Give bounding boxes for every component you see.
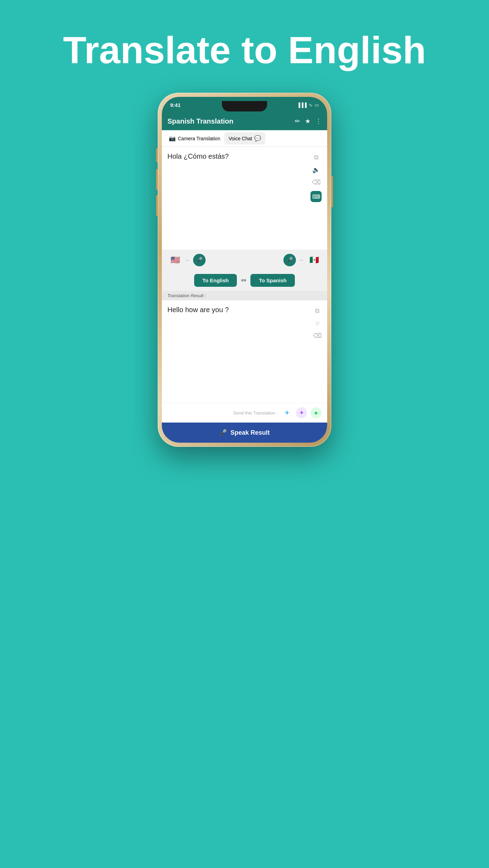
chat-icon: 💬	[254, 135, 261, 142]
result-eraser-icon[interactable]: ⌫	[313, 332, 322, 340]
source-mic-button[interactable]: 🎤	[193, 254, 206, 266]
voice-chat-label: Voice Chat	[229, 136, 252, 141]
to-spanish-button[interactable]: To Spanish	[250, 274, 295, 287]
tab-voice-chat[interactable]: Voice Chat 💬	[224, 132, 265, 144]
result-copy-icon[interactable]: ⧉	[315, 307, 320, 315]
input-area: Hola ¿Cómo estás? ⧉ 🔈 ⌫ ⌨	[162, 147, 327, 250]
result-actions: ⧉ ☆ ⌫	[313, 306, 322, 398]
messenger-share-button[interactable]: ✦	[296, 407, 307, 418]
result-area: Hello how are you ? ⧉ ☆ ⌫	[162, 300, 327, 403]
source-language: 🇺🇸 → 🎤	[169, 254, 206, 266]
swap-icon[interactable]: ⇔	[241, 276, 246, 284]
target-arrow-icon: ←	[299, 257, 304, 263]
translation-buttons: To English ⇔ To Spanish	[162, 270, 327, 291]
phone-screen: 9:41 ▐▐▐ ∿ ▭ Spanish Translation ✏ ★ ⋮	[162, 97, 327, 443]
mic-speak-icon: 🎤	[219, 429, 227, 436]
speak-result-button[interactable]: 🎤 Speak Result	[162, 423, 327, 443]
speak-result-label: Speak Result	[230, 429, 270, 436]
more-options-icon[interactable]: ⋮	[315, 117, 322, 125]
camera-translation-label: Camera Translation	[178, 136, 220, 141]
power-button	[331, 176, 333, 207]
telegram-share-button[interactable]: ✈	[281, 407, 292, 418]
camera-icon: 📷	[169, 135, 176, 142]
source-arrow-icon: →	[185, 257, 190, 263]
phone-frame: 9:41 ▐▐▐ ∿ ▭ Spanish Translation ✏ ★ ⋮	[158, 93, 331, 447]
language-selector: 🇺🇸 → 🎤 🎤 ← 🇲🇽	[162, 250, 327, 270]
notch	[222, 101, 267, 111]
target-flag: 🇲🇽	[308, 254, 320, 266]
eraser-icon[interactable]: ⌫	[312, 178, 321, 186]
volume-up-button	[156, 169, 158, 190]
whatsapp-share-button[interactable]: ●	[310, 407, 322, 418]
source-flag: 🇺🇸	[169, 254, 181, 266]
share-label: Send this Translation :	[233, 410, 278, 416]
copy-icon[interactable]: ⧉	[314, 154, 318, 161]
star-icon[interactable]: ★	[305, 117, 310, 125]
status-time: 9:41	[170, 102, 181, 108]
mx-flag-emoji: 🇲🇽	[309, 256, 319, 265]
result-favorite-icon[interactable]: ☆	[315, 319, 320, 327]
signal-icon: ▐▐▐	[297, 102, 307, 108]
battery-icon: ▭	[315, 102, 319, 108]
app-header: Spanish Translation ✏ ★ ⋮	[162, 112, 327, 130]
app-title: Spanish Translation	[167, 117, 233, 125]
us-flag-emoji: 🇺🇸	[171, 256, 180, 265]
phone-mockup: 9:41 ▐▐▐ ∿ ▭ Spanish Translation ✏ ★ ⋮	[158, 93, 331, 447]
speaker-icon[interactable]: 🔈	[312, 166, 320, 174]
keyboard-icon[interactable]: ⌨	[310, 191, 322, 202]
input-text[interactable]: Hola ¿Cómo estás?	[167, 152, 310, 244]
share-row: Send this Translation : ✈ ✦ ●	[162, 403, 327, 423]
volume-mute-button	[156, 148, 158, 162]
target-mic-button[interactable]: 🎤	[283, 254, 296, 266]
target-language: 🎤 ← 🇲🇽	[283, 254, 320, 266]
tabs-bar: 📷 Camera Translation Voice Chat 💬	[162, 130, 327, 147]
to-english-button[interactable]: To English	[194, 274, 237, 287]
result-text: Hello how are you ?	[167, 306, 313, 398]
status-icons: ▐▐▐ ∿ ▭	[297, 102, 319, 108]
edit-icon[interactable]: ✏	[295, 117, 300, 125]
header-icons: ✏ ★ ⋮	[295, 117, 322, 125]
tab-camera-translation[interactable]: 📷 Camera Translation	[165, 132, 224, 144]
wifi-icon: ∿	[309, 102, 313, 108]
page-title: Translate to English	[0, 28, 489, 72]
input-actions: ⧉ 🔈 ⌫ ⌨	[310, 152, 322, 244]
volume-down-button	[156, 195, 158, 216]
result-label: Translation Result :	[162, 291, 327, 300]
